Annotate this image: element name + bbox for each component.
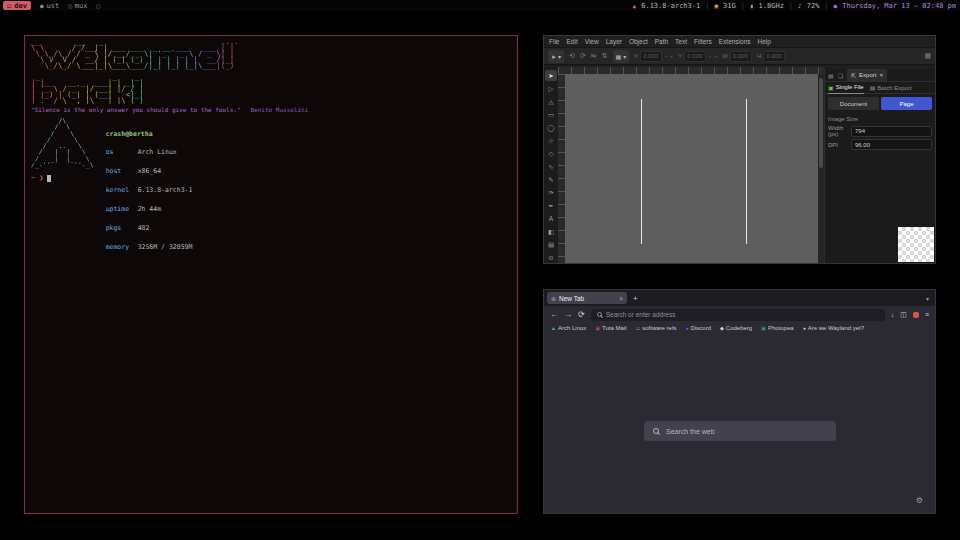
spinner-plus-icon[interactable]: + (714, 53, 718, 59)
new-tab-button[interactable]: + (633, 294, 638, 303)
forward-button[interactable]: → (564, 310, 572, 319)
workspace-ust[interactable]: ● ust (40, 2, 59, 10)
clock-icon: ● (834, 2, 838, 9)
width-row: Width (px) 794 (825, 124, 935, 138)
single-file-tab[interactable]: ▣ Single File (828, 82, 864, 94)
status-bar: ◻ dev ● ust ◫ mux □ ▲ 6.13.8-arch3-1 | ▣… (0, 0, 960, 11)
list-all-tabs-icon[interactable]: ▾ (926, 295, 932, 302)
drawn-vertical-line-2[interactable] (746, 99, 747, 244)
inkscape-menubar: File Edit View Layer Object Path Text Fi… (544, 36, 935, 47)
export-dialog-tab[interactable]: ⇱ Export × (847, 69, 887, 81)
tool-calligraphy[interactable]: ✒ (545, 200, 557, 211)
personalize-gear-icon[interactable]: ⚙ (916, 496, 923, 505)
flip-horizontal-icon[interactable]: ⇋ (591, 52, 597, 60)
menu-file[interactable]: File (549, 38, 559, 45)
spinner-minus-icon[interactable]: − (708, 53, 712, 59)
tool-bezier[interactable]: ✑ (545, 187, 557, 198)
menu-view[interactable]: View (585, 38, 599, 45)
workspace-mux[interactable]: ◫ mux (68, 2, 87, 10)
dialog-icon-2[interactable]: ❏ (838, 72, 843, 79)
bookmark-discord[interactable]: ●Discord (686, 325, 711, 331)
bookmark-folder-software-refs[interactable]: ▭software refs (636, 325, 677, 331)
menu-object[interactable]: Object (629, 38, 648, 45)
tab-favicon-icon: ⊕ (551, 295, 556, 302)
prompt-path: ~ (31, 174, 35, 182)
back-button[interactable]: ← (550, 310, 558, 319)
ublock-extension-icon[interactable] (913, 312, 919, 318)
terminal-window[interactable]: __ __ _ .... \ \ / /__| | ___ ___ _ __ _… (24, 35, 518, 514)
close-tab-icon[interactable]: × (619, 295, 623, 302)
dpi-input[interactable]: 96.00 (851, 139, 932, 150)
bookmark-tuta-mail[interactable]: ▣Tuta Mail (595, 325, 626, 331)
web-search-box[interactable]: Search the web (644, 421, 836, 441)
h-value[interactable]: 0.000 (763, 51, 785, 62)
tool-shape-builder[interactable]: ◬ (545, 96, 557, 107)
batch-export-tab[interactable]: ▤ Batch Export (870, 84, 912, 91)
drawn-vertical-line-1[interactable] (641, 99, 642, 244)
width-field[interactable]: W 0.000 (722, 51, 752, 62)
tool-select[interactable]: ➤ (545, 70, 557, 81)
y-coordinate-field[interactable]: Y 0.000 − + (678, 51, 717, 62)
menu-extensions[interactable]: Extensions (719, 38, 751, 45)
w-value[interactable]: 0.000 (730, 51, 752, 62)
workspace-mux-icon: ◫ (68, 2, 72, 9)
tool-mesh[interactable]: ▤ (545, 239, 557, 250)
menu-text[interactable]: Text (675, 38, 687, 45)
inkscape-canvas[interactable] (565, 74, 818, 263)
menu-edit[interactable]: Edit (566, 38, 577, 45)
height-field[interactable]: H 0.000 (757, 51, 785, 62)
page-action-icon[interactable]: ◫ (900, 311, 907, 319)
align-dropdown[interactable]: ▦ ▾ (613, 50, 630, 63)
page-button[interactable]: Page (881, 97, 932, 110)
tool-rectangle[interactable]: ▭ (545, 109, 557, 120)
tool-gradient[interactable]: ◧ (545, 226, 557, 237)
close-icon[interactable]: × (879, 72, 883, 78)
width-input[interactable]: 794 (851, 126, 932, 137)
workspace-dev[interactable]: ◻ dev (3, 1, 31, 10)
tool-dropper[interactable]: ⊙ (545, 252, 557, 263)
menu-path[interactable]: Path (655, 38, 668, 45)
workspace-empty[interactable]: □ (96, 2, 100, 9)
y-value[interactable]: 0.000 (684, 51, 706, 62)
inkscape-window[interactable]: File Edit View Layer Object Path Text Fi… (543, 35, 936, 264)
document-button[interactable]: Document (828, 97, 879, 110)
bookmark-codeberg[interactable]: ◆Codeberg (720, 325, 752, 331)
scrollbar-thumb[interactable] (819, 78, 823, 168)
shell-prompt[interactable]: ~❯ (31, 174, 51, 182)
menu-filters[interactable]: Filters (694, 38, 712, 45)
bookmark-photopea[interactable]: ▣Photopea (761, 325, 793, 331)
volume-icon[interactable]: ♪ (798, 2, 802, 9)
address-bar[interactable]: Search or enter address (591, 309, 885, 321)
fetch-row-kernel: kernel6.13.8-arch3-1 (106, 187, 193, 193)
x-coordinate-field[interactable]: X 0.000 − + (634, 51, 673, 62)
active-tab[interactable]: ⊕ New Tab × (547, 292, 627, 304)
tool-ellipse[interactable]: ◯ (545, 122, 557, 133)
fetch-value: 482 (138, 224, 150, 232)
snap-controls-icon[interactable]: ▦ (924, 52, 931, 60)
menu-icon[interactable]: ≡ (925, 311, 929, 318)
tool-3d-box[interactable]: ◇ (545, 148, 557, 159)
quote-line: "Silence is the only answer you should g… (31, 106, 308, 113)
bookmark-are-we-wayland-yet[interactable]: ●Are we Wayland yet? (803, 325, 865, 331)
flip-vertical-icon[interactable]: ⇅ (602, 52, 608, 60)
reload-button[interactable]: ⟳ (578, 310, 585, 319)
browser-window[interactable]: ⊕ New Tab × + ▾ ← → ⟳ Search or enter ad… (543, 289, 936, 514)
spinner-minus-icon[interactable]: − (664, 53, 668, 59)
dialog-icon-1[interactable]: ▤ (828, 72, 834, 79)
tool-star[interactable]: ☆ (545, 135, 557, 146)
rotate-ccw-icon[interactable]: ⟲ (569, 52, 575, 60)
tool-spiral[interactable]: ∿ (545, 161, 557, 172)
tool-text[interactable]: A (545, 213, 557, 224)
selector-mode-dropdown[interactable]: ➤ ▾ (548, 50, 564, 63)
bookmark-arch-linux[interactable]: ▲Arch Linux (551, 325, 586, 331)
menu-help[interactable]: Help (758, 38, 771, 45)
cpu-frequency: 1.8GHz (759, 2, 784, 10)
tool-node[interactable]: ▷ (545, 83, 557, 94)
spinner-plus-icon[interactable]: + (670, 53, 674, 59)
rotate-cw-icon[interactable]: ⟳ (580, 52, 586, 60)
user-host: crash@bertha (106, 131, 193, 137)
tool-pencil[interactable]: ✎ (545, 174, 557, 185)
menu-layer[interactable]: Layer (606, 38, 622, 45)
x-value[interactable]: 0.000 (640, 51, 662, 62)
downloads-icon[interactable]: ↓ (891, 311, 895, 318)
